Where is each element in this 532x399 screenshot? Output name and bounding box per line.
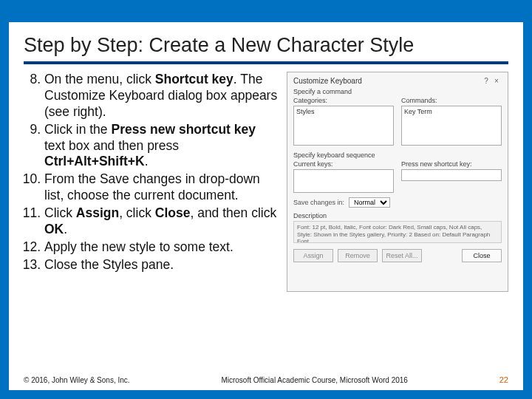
dialog-buttons: Assign Remove Reset All... Close xyxy=(293,249,502,262)
categories-label: Categories: xyxy=(293,97,394,104)
content-row: On the menu, click Shortcut key. The Cus… xyxy=(24,72,508,292)
categories-listbox[interactable]: Styles xyxy=(293,106,394,146)
step-item: Click in the Press new shortcut key text… xyxy=(44,122,279,171)
commands-label: Commands: xyxy=(401,97,502,104)
dialog-titlebar: Customize Keyboard ? × xyxy=(293,77,502,85)
slide-title: Step by Step: Create a New Character Sty… xyxy=(24,34,508,64)
step-item: Apply the new style to some text. xyxy=(44,239,279,256)
step-item: On the menu, click Shortcut key. The Cus… xyxy=(44,72,279,120)
description-label: Description xyxy=(293,212,502,219)
step-item: Close the Styles pane. xyxy=(44,257,279,273)
remove-button[interactable]: Remove xyxy=(338,249,378,262)
close-button[interactable]: Close xyxy=(462,249,502,262)
specify-sequence-label: Specify keyboard sequence xyxy=(293,151,502,159)
step-item: From the Save changes in drop-down list,… xyxy=(44,171,279,204)
current-keys-label: Current keys: xyxy=(293,160,394,168)
footer: © 2016, John Wiley & Sons, Inc. Microsof… xyxy=(24,375,508,384)
steps-list: On the menu, click Shortcut key. The Cus… xyxy=(24,72,279,273)
sequence-columns: Current keys: Press new shortcut key: xyxy=(293,160,502,193)
help-icon[interactable]: ? xyxy=(481,77,491,85)
save-changes-select[interactable]: Normal xyxy=(349,197,390,208)
dialog-title: Customize Keyboard xyxy=(293,77,481,85)
press-new-label: Press new shortcut key: xyxy=(401,160,502,168)
current-keys-listbox[interactable] xyxy=(293,169,394,193)
slide: Step by Step: Create a New Character Sty… xyxy=(9,22,523,390)
page-number: 22 xyxy=(499,375,508,384)
save-changes-row: Save changes in: Normal xyxy=(293,197,502,208)
press-new-shortcut-input[interactable] xyxy=(401,169,502,181)
reset-all-button[interactable]: Reset All... xyxy=(382,249,422,262)
step-item: Click Assign, click Close, and then clic… xyxy=(44,205,279,238)
customize-keyboard-dialog: Customize Keyboard ? × Specify a command… xyxy=(287,72,508,292)
commands-listbox[interactable]: Key Term xyxy=(401,106,502,146)
copyright-text: © 2016, John Wiley & Sons, Inc. xyxy=(24,376,130,384)
save-changes-label: Save changes in: xyxy=(293,199,344,206)
specify-command-label: Specify a command xyxy=(293,88,502,95)
course-text: Microsoft Official Academic Course, Micr… xyxy=(130,376,499,384)
steps-column: On the menu, click Shortcut key. The Cus… xyxy=(24,72,279,292)
command-columns: Categories: Styles Commands: Key Term xyxy=(293,97,502,146)
close-icon[interactable]: × xyxy=(491,77,502,85)
description-box: Font: 12 pt, Bold, Italic, Font color: D… xyxy=(293,221,502,243)
assign-button[interactable]: Assign xyxy=(293,249,333,262)
